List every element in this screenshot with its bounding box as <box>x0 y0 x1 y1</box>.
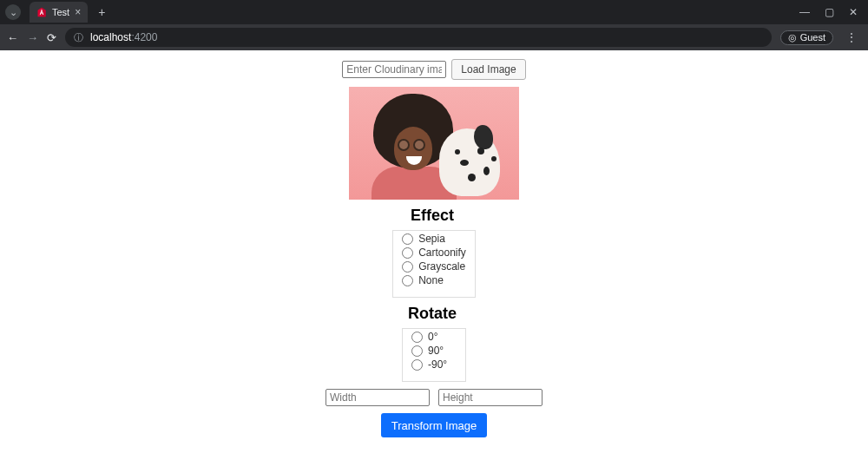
effect-option[interactable]: None <box>402 274 466 286</box>
url-port: :4200 <box>131 31 157 43</box>
rotate-option[interactable]: -90° <box>411 358 457 371</box>
effect-option-label: Cartoonify <box>418 246 466 259</box>
rotate-section: Rotate 0°90°-90° <box>402 305 466 382</box>
effect-option[interactable]: Grayscale <box>402 260 466 273</box>
effect-title: Effect <box>389 207 476 225</box>
rotate-option[interactable]: 90° <box>411 345 457 357</box>
height-input[interactable] <box>438 389 542 406</box>
browser-chrome: ⌄ Test × + — ▢ ✕ ← → ⟳ ⓘ localhost:4200 <box>0 0 868 50</box>
effect-option-label: None <box>418 274 444 286</box>
width-input[interactable] <box>326 389 430 406</box>
effect-radio[interactable] <box>402 275 413 286</box>
profile-label: Guest <box>800 32 825 43</box>
effect-option-label: Grayscale <box>418 260 465 273</box>
profile-button[interactable]: ◎ Guest <box>780 30 833 45</box>
load-image-button[interactable]: Load Image <box>451 59 525 80</box>
address-bar[interactable]: ⓘ localhost:4200 <box>65 28 772 47</box>
chevron-down-icon: ⌄ <box>10 7 17 18</box>
reload-icon[interactable]: ⟳ <box>47 31 56 44</box>
effect-radio[interactable] <box>402 247 413 259</box>
effect-option-label: Sepia <box>418 233 445 245</box>
rotate-option-label: 0° <box>428 331 437 343</box>
effect-section: Effect SepiaCartoonifyGrayscaleNone <box>392 207 476 298</box>
rotate-radio[interactable] <box>411 345 423 357</box>
window-controls: — ▢ ✕ <box>799 6 868 18</box>
close-icon[interactable]: × <box>75 6 81 18</box>
rotate-option-label: -90° <box>428 358 447 371</box>
effect-radio[interactable] <box>402 261 413 273</box>
effect-option[interactable]: Cartoonify <box>402 246 466 259</box>
cloudinary-id-input[interactable] <box>342 61 446 78</box>
dimensions-row <box>326 389 542 406</box>
browser-tab[interactable]: Test × <box>30 2 88 23</box>
close-window-icon[interactable]: ✕ <box>847 6 859 18</box>
tab-strip: ⌄ Test × + — ▢ ✕ <box>0 0 868 24</box>
tab-search-button[interactable]: ⌄ <box>5 4 21 20</box>
rotate-radio[interactable] <box>411 332 423 343</box>
new-tab-button[interactable]: + <box>93 5 110 19</box>
preview-image <box>349 87 519 200</box>
maximize-icon[interactable]: ▢ <box>823 6 835 18</box>
loader-row: Load Image <box>342 59 525 80</box>
effect-option[interactable]: Sepia <box>402 233 466 245</box>
url-host: localhost <box>90 31 131 43</box>
guest-avatar-icon: ◎ <box>788 32 797 43</box>
page-viewport: Load Image Effect SepiaCartoonifyGraysca… <box>0 50 868 460</box>
menu-icon[interactable]: ⋮ <box>842 30 861 44</box>
back-icon[interactable]: ← <box>7 31 18 44</box>
rotate-radio[interactable] <box>411 359 423 371</box>
minimize-icon[interactable]: — <box>799 6 811 18</box>
favicon-icon <box>36 7 47 17</box>
rotate-option[interactable]: 0° <box>411 331 457 343</box>
browser-toolbar: ← → ⟳ ⓘ localhost:4200 ◎ Guest ⋮ <box>0 24 868 50</box>
effect-radio[interactable] <box>402 233 413 245</box>
rotate-title: Rotate <box>398 305 466 323</box>
rotate-option-label: 90° <box>428 345 444 357</box>
site-info-icon[interactable]: ⓘ <box>74 31 83 44</box>
transform-image-button[interactable]: Transform Image <box>381 413 488 437</box>
tab-title: Test <box>52 7 69 17</box>
forward-icon[interactable]: → <box>27 31 38 44</box>
